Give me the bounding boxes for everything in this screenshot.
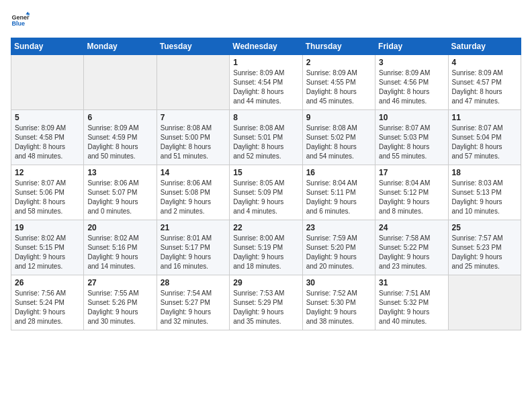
weekday-header-row: SundayMondayTuesdayWednesdayThursdayFrid… [11,38,521,55]
calendar-cell: 17Sunrise: 8:04 AM Sunset: 5:12 PM Dayli… [375,165,448,220]
calendar-cell: 1Sunrise: 8:09 AM Sunset: 4:54 PM Daylig… [230,55,302,110]
day-number: 3 [379,58,444,67]
day-number: 16 [306,168,371,177]
calendar-cell [11,55,84,110]
day-number: 4 [452,58,517,67]
calendar-cell: 7Sunrise: 8:08 AM Sunset: 5:00 PM Daylig… [157,110,229,165]
calendar-cell: 20Sunrise: 8:02 AM Sunset: 5:16 PM Dayli… [84,220,157,275]
logo-icon: General Blue [11,11,30,30]
day-number: 27 [87,278,152,287]
day-number: 14 [161,168,226,177]
calendar-cell: 10Sunrise: 8:07 AM Sunset: 5:03 PM Dayli… [375,110,448,165]
day-info: Sunrise: 8:09 AM Sunset: 4:55 PM Dayligh… [306,68,371,106]
calendar-cell: 23Sunrise: 7:59 AM Sunset: 5:20 PM Dayli… [302,220,375,275]
day-number: 26 [15,278,80,287]
day-info: Sunrise: 8:09 AM Sunset: 4:57 PM Dayligh… [452,68,517,106]
day-number: 21 [161,223,226,232]
day-info: Sunrise: 7:59 AM Sunset: 5:20 PM Dayligh… [306,234,371,271]
calendar-cell [157,55,229,110]
day-number: 15 [233,168,298,177]
day-info: Sunrise: 8:07 AM Sunset: 5:04 PM Dayligh… [452,124,517,161]
calendar-cell: 29Sunrise: 7:53 AM Sunset: 5:29 PM Dayli… [230,275,302,330]
calendar-cell: 26Sunrise: 7:56 AM Sunset: 5:24 PM Dayli… [11,275,84,330]
day-number: 13 [87,168,152,177]
day-number: 6 [87,113,152,122]
week-row-3: 12Sunrise: 8:07 AM Sunset: 5:06 PM Dayli… [11,165,521,220]
day-number: 12 [15,168,80,177]
calendar-cell: 22Sunrise: 8:00 AM Sunset: 5:19 PM Dayli… [230,220,302,275]
day-number: 10 [379,113,444,122]
calendar-cell: 28Sunrise: 7:54 AM Sunset: 5:27 PM Dayli… [157,275,229,330]
day-info: Sunrise: 8:02 AM Sunset: 5:16 PM Dayligh… [87,234,152,271]
week-row-5: 26Sunrise: 7:56 AM Sunset: 5:24 PM Dayli… [11,275,521,330]
day-info: Sunrise: 7:56 AM Sunset: 5:24 PM Dayligh… [15,289,80,326]
calendar-cell: 15Sunrise: 8:05 AM Sunset: 5:09 PM Dayli… [230,165,302,220]
calendar-cell: 9Sunrise: 8:08 AM Sunset: 5:02 PM Daylig… [302,110,375,165]
day-number: 30 [306,278,371,287]
weekday-header-monday: Monday [84,38,157,55]
calendar-cell: 16Sunrise: 8:04 AM Sunset: 5:11 PM Dayli… [302,165,375,220]
day-number: 20 [87,223,152,232]
day-number: 11 [452,113,517,122]
calendar-cell: 25Sunrise: 7:57 AM Sunset: 5:23 PM Dayli… [448,220,521,275]
day-info: Sunrise: 7:58 AM Sunset: 5:22 PM Dayligh… [379,234,444,271]
day-number: 28 [161,278,226,287]
calendar-cell: 3Sunrise: 8:09 AM Sunset: 4:56 PM Daylig… [375,55,448,110]
weekday-header-wednesday: Wednesday [230,38,302,55]
calendar-cell: 27Sunrise: 7:55 AM Sunset: 5:26 PM Dayli… [84,275,157,330]
week-row-4: 19Sunrise: 8:02 AM Sunset: 5:15 PM Dayli… [11,220,521,275]
day-number: 18 [452,168,517,177]
calendar-cell: 24Sunrise: 7:58 AM Sunset: 5:22 PM Dayli… [375,220,448,275]
calendar-cell: 11Sunrise: 8:07 AM Sunset: 5:04 PM Dayli… [448,110,521,165]
weekday-header-thursday: Thursday [302,38,375,55]
day-number: 9 [306,113,371,122]
logo: General Blue [11,11,30,30]
calendar-cell: 13Sunrise: 8:06 AM Sunset: 5:07 PM Dayli… [84,165,157,220]
calendar-cell: 2Sunrise: 8:09 AM Sunset: 4:55 PM Daylig… [302,55,375,110]
weekday-header-tuesday: Tuesday [157,38,229,55]
weekday-header-sunday: Sunday [11,38,84,55]
day-info: Sunrise: 8:01 AM Sunset: 5:17 PM Dayligh… [161,234,226,271]
day-number: 24 [379,223,444,232]
calendar-cell: 4Sunrise: 8:09 AM Sunset: 4:57 PM Daylig… [448,55,521,110]
day-number: 25 [452,223,517,232]
day-info: Sunrise: 8:04 AM Sunset: 5:12 PM Dayligh… [379,179,444,216]
calendar-cell: 8Sunrise: 8:08 AM Sunset: 5:01 PM Daylig… [230,110,302,165]
day-info: Sunrise: 7:53 AM Sunset: 5:29 PM Dayligh… [233,289,298,326]
calendar-cell: 5Sunrise: 8:09 AM Sunset: 4:58 PM Daylig… [11,110,84,165]
day-number: 8 [233,113,298,122]
day-info: Sunrise: 8:08 AM Sunset: 5:00 PM Dayligh… [161,124,226,161]
day-info: Sunrise: 8:04 AM Sunset: 5:11 PM Dayligh… [306,179,371,216]
day-number: 29 [233,278,298,287]
calendar-cell [448,275,521,330]
calendar-cell: 12Sunrise: 8:07 AM Sunset: 5:06 PM Dayli… [11,165,84,220]
day-info: Sunrise: 7:57 AM Sunset: 5:23 PM Dayligh… [452,234,517,271]
day-info: Sunrise: 8:06 AM Sunset: 5:08 PM Dayligh… [161,179,226,216]
day-number: 31 [379,278,444,287]
day-number: 17 [379,168,444,177]
day-info: Sunrise: 7:52 AM Sunset: 5:30 PM Dayligh… [306,289,371,326]
day-info: Sunrise: 7:54 AM Sunset: 5:27 PM Dayligh… [161,289,226,326]
day-number: 19 [15,223,80,232]
week-row-2: 5Sunrise: 8:09 AM Sunset: 4:58 PM Daylig… [11,110,521,165]
day-info: Sunrise: 7:55 AM Sunset: 5:26 PM Dayligh… [87,289,152,326]
day-info: Sunrise: 8:07 AM Sunset: 5:06 PM Dayligh… [15,179,80,216]
day-number: 5 [15,113,80,122]
day-number: 1 [233,58,298,67]
day-info: Sunrise: 8:09 AM Sunset: 4:54 PM Dayligh… [233,68,298,106]
weekday-header-friday: Friday [375,38,448,55]
calendar-cell: 30Sunrise: 7:52 AM Sunset: 5:30 PM Dayli… [302,275,375,330]
day-info: Sunrise: 8:09 AM Sunset: 4:56 PM Dayligh… [379,68,444,106]
day-info: Sunrise: 8:07 AM Sunset: 5:03 PM Dayligh… [379,124,444,161]
svg-text:General: General [11,14,30,21]
day-info: Sunrise: 8:02 AM Sunset: 5:15 PM Dayligh… [15,234,80,271]
day-info: Sunrise: 8:08 AM Sunset: 5:01 PM Dayligh… [233,124,298,161]
calendar-cell: 21Sunrise: 8:01 AM Sunset: 5:17 PM Dayli… [157,220,229,275]
day-info: Sunrise: 7:51 AM Sunset: 5:32 PM Dayligh… [379,289,444,326]
day-info: Sunrise: 8:00 AM Sunset: 5:19 PM Dayligh… [233,234,298,271]
day-info: Sunrise: 8:05 AM Sunset: 5:09 PM Dayligh… [233,179,298,216]
calendar-cell [84,55,157,110]
day-info: Sunrise: 8:08 AM Sunset: 5:02 PM Dayligh… [306,124,371,161]
calendar-cell: 14Sunrise: 8:06 AM Sunset: 5:08 PM Dayli… [157,165,229,220]
day-number: 22 [233,223,298,232]
